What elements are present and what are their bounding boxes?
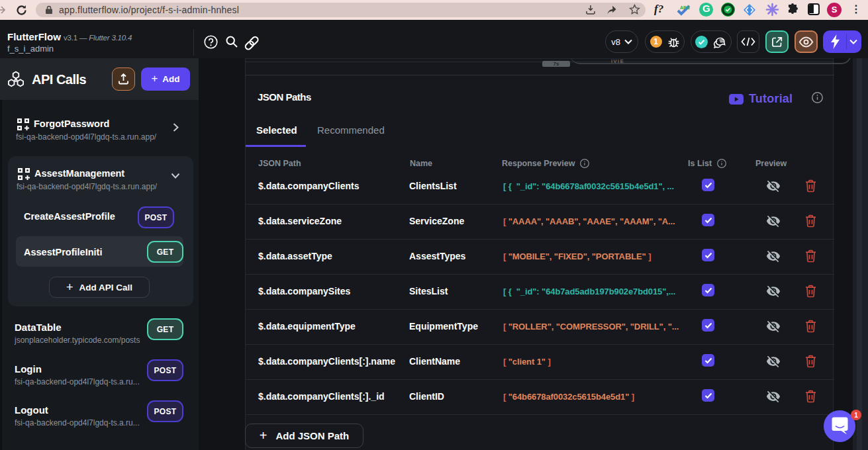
svg-text:ABC: ABC xyxy=(680,5,690,10)
